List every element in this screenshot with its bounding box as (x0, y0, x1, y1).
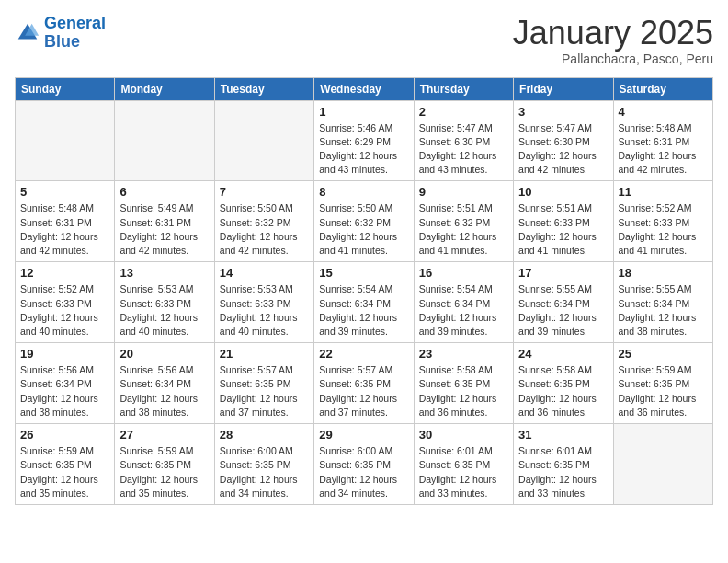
weekday-header-saturday: Saturday (613, 77, 712, 100)
calendar-cell: 15Sunrise: 5:54 AM Sunset: 6:34 PM Dayli… (314, 262, 414, 343)
logo-icon (15, 20, 40, 46)
subtitle: Pallanchacra, Pasco, Peru (513, 52, 713, 66)
day-number: 14 (220, 266, 309, 280)
day-info: Sunrise: 5:46 AM Sunset: 6:29 PM Dayligh… (319, 121, 408, 178)
calendar-cell: 11Sunrise: 5:52 AM Sunset: 6:33 PM Dayli… (613, 181, 712, 262)
calendar-cell: 18Sunrise: 5:55 AM Sunset: 6:34 PM Dayli… (613, 262, 712, 343)
day-number: 30 (419, 428, 508, 442)
logo-text: General Blue (44, 15, 106, 52)
day-info: Sunrise: 6:01 AM Sunset: 6:35 PM Dayligh… (518, 444, 608, 500)
day-info: Sunrise: 5:50 AM Sunset: 6:32 PM Dayligh… (220, 201, 309, 258)
calendar-cell: 25Sunrise: 5:59 AM Sunset: 6:35 PM Dayli… (613, 343, 712, 424)
day-info: Sunrise: 5:59 AM Sunset: 6:35 PM Dayligh… (619, 363, 708, 419)
day-info: Sunrise: 5:50 AM Sunset: 6:32 PM Dayligh… (319, 201, 408, 258)
day-info: Sunrise: 5:51 AM Sunset: 6:32 PM Dayligh… (419, 201, 508, 258)
calendar-week-2: 5Sunrise: 5:48 AM Sunset: 6:31 PM Daylig… (16, 181, 713, 262)
day-info: Sunrise: 5:51 AM Sunset: 6:33 PM Dayligh… (518, 201, 608, 258)
day-info: Sunrise: 5:53 AM Sunset: 6:33 PM Dayligh… (119, 282, 209, 339)
title-block: January 2025 Pallanchacra, Pasco, Peru (513, 15, 713, 66)
day-number: 25 (619, 347, 708, 361)
weekday-header-tuesday: Tuesday (214, 77, 313, 100)
day-number: 19 (20, 347, 109, 361)
day-number: 29 (319, 428, 408, 442)
calendar-cell (214, 100, 313, 181)
calendar-cell: 1Sunrise: 5:46 AM Sunset: 6:29 PM Daylig… (314, 100, 414, 181)
calendar-cell: 14Sunrise: 5:53 AM Sunset: 6:33 PM Dayli… (214, 262, 313, 343)
calendar-week-1: 1Sunrise: 5:46 AM Sunset: 6:29 PM Daylig… (16, 100, 713, 181)
day-number: 4 (619, 105, 708, 119)
day-info: Sunrise: 5:52 AM Sunset: 6:33 PM Dayligh… (20, 282, 109, 339)
day-info: Sunrise: 5:57 AM Sunset: 6:35 PM Dayligh… (220, 363, 309, 419)
logo-general: General (44, 14, 106, 32)
calendar-cell: 16Sunrise: 5:54 AM Sunset: 6:34 PM Dayli… (414, 262, 513, 343)
calendar-table: SundayMondayTuesdayWednesdayThursdayFrid… (15, 77, 713, 505)
day-number: 8 (319, 185, 408, 199)
day-info: Sunrise: 5:59 AM Sunset: 6:35 PM Dayligh… (20, 444, 109, 500)
day-number: 16 (419, 266, 508, 280)
day-number: 23 (419, 347, 508, 361)
day-number: 12 (20, 266, 109, 280)
day-info: Sunrise: 5:58 AM Sunset: 6:35 PM Dayligh… (518, 363, 608, 419)
day-number: 21 (220, 347, 309, 361)
weekday-header-thursday: Thursday (414, 77, 513, 100)
calendar-cell: 23Sunrise: 5:58 AM Sunset: 6:35 PM Dayli… (414, 343, 513, 424)
day-number: 11 (619, 185, 708, 199)
calendar-week-5: 26Sunrise: 5:59 AM Sunset: 6:35 PM Dayli… (16, 424, 713, 505)
calendar-cell: 4Sunrise: 5:48 AM Sunset: 6:31 PM Daylig… (613, 100, 712, 181)
day-number: 2 (419, 105, 508, 119)
day-info: Sunrise: 6:00 AM Sunset: 6:35 PM Dayligh… (319, 444, 408, 500)
day-number: 1 (319, 105, 408, 119)
calendar-cell: 26Sunrise: 5:59 AM Sunset: 6:35 PM Dayli… (16, 424, 115, 505)
day-number: 27 (119, 428, 209, 442)
weekday-header-row: SundayMondayTuesdayWednesdayThursdayFrid… (16, 77, 713, 100)
calendar-cell (115, 100, 214, 181)
calendar-cell: 24Sunrise: 5:58 AM Sunset: 6:35 PM Dayli… (514, 343, 613, 424)
weekday-header-wednesday: Wednesday (314, 77, 414, 100)
day-number: 18 (619, 266, 708, 280)
calendar-week-4: 19Sunrise: 5:56 AM Sunset: 6:34 PM Dayli… (16, 343, 713, 424)
calendar-cell: 13Sunrise: 5:53 AM Sunset: 6:33 PM Dayli… (115, 262, 214, 343)
calendar-cell: 21Sunrise: 5:57 AM Sunset: 6:35 PM Dayli… (214, 343, 313, 424)
day-info: Sunrise: 5:59 AM Sunset: 6:35 PM Dayligh… (119, 444, 209, 500)
calendar-cell: 22Sunrise: 5:57 AM Sunset: 6:35 PM Dayli… (314, 343, 414, 424)
logo: General Blue (15, 15, 106, 52)
day-number: 5 (20, 185, 109, 199)
calendar-cell: 17Sunrise: 5:55 AM Sunset: 6:34 PM Dayli… (514, 262, 613, 343)
day-number: 17 (518, 266, 608, 280)
day-info: Sunrise: 5:55 AM Sunset: 6:34 PM Dayligh… (518, 282, 608, 339)
day-info: Sunrise: 5:56 AM Sunset: 6:34 PM Dayligh… (119, 363, 209, 419)
calendar-cell (16, 100, 115, 181)
day-info: Sunrise: 6:00 AM Sunset: 6:35 PM Dayligh… (220, 444, 309, 500)
day-number: 20 (119, 347, 209, 361)
calendar-cell: 30Sunrise: 6:01 AM Sunset: 6:35 PM Dayli… (414, 424, 513, 505)
day-number: 3 (518, 105, 608, 119)
month-title: January 2025 (513, 15, 713, 52)
weekday-header-sunday: Sunday (16, 77, 115, 100)
calendar-cell: 27Sunrise: 5:59 AM Sunset: 6:35 PM Dayli… (115, 424, 214, 505)
day-info: Sunrise: 5:56 AM Sunset: 6:34 PM Dayligh… (20, 363, 109, 419)
calendar-cell: 3Sunrise: 5:47 AM Sunset: 6:30 PM Daylig… (514, 100, 613, 181)
day-number: 15 (319, 266, 408, 280)
day-info: Sunrise: 5:54 AM Sunset: 6:34 PM Dayligh… (419, 282, 508, 339)
day-info: Sunrise: 5:52 AM Sunset: 6:33 PM Dayligh… (619, 201, 708, 258)
logo-blue: Blue (44, 32, 80, 51)
day-number: 10 (518, 185, 608, 199)
day-info: Sunrise: 5:48 AM Sunset: 6:31 PM Dayligh… (619, 121, 708, 178)
calendar-cell: 29Sunrise: 6:00 AM Sunset: 6:35 PM Dayli… (314, 424, 414, 505)
page-header: General Blue January 2025 Pallanchacra, … (15, 15, 713, 66)
day-number: 7 (220, 185, 309, 199)
day-info: Sunrise: 5:58 AM Sunset: 6:35 PM Dayligh… (419, 363, 508, 419)
day-number: 28 (220, 428, 309, 442)
day-number: 26 (20, 428, 109, 442)
day-info: Sunrise: 5:55 AM Sunset: 6:34 PM Dayligh… (619, 282, 708, 339)
day-number: 24 (518, 347, 608, 361)
day-info: Sunrise: 5:47 AM Sunset: 6:30 PM Dayligh… (518, 121, 608, 178)
day-number: 6 (119, 185, 209, 199)
day-info: Sunrise: 5:49 AM Sunset: 6:31 PM Dayligh… (119, 201, 209, 258)
calendar-cell: 10Sunrise: 5:51 AM Sunset: 6:33 PM Dayli… (514, 181, 613, 262)
day-number: 22 (319, 347, 408, 361)
calendar-cell (613, 424, 712, 505)
calendar-cell: 20Sunrise: 5:56 AM Sunset: 6:34 PM Dayli… (115, 343, 214, 424)
day-info: Sunrise: 5:53 AM Sunset: 6:33 PM Dayligh… (220, 282, 309, 339)
calendar-cell: 7Sunrise: 5:50 AM Sunset: 6:32 PM Daylig… (214, 181, 313, 262)
